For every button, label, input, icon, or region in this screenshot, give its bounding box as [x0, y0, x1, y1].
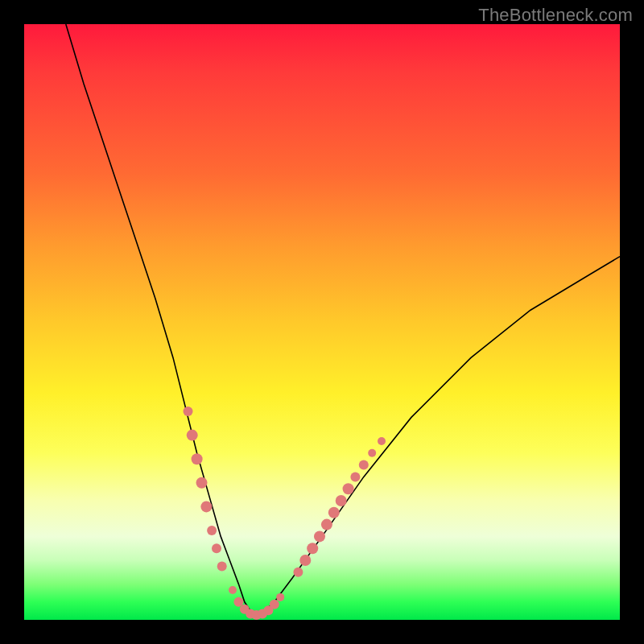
- watermark-text: TheBottleneck.com: [478, 5, 633, 26]
- marker-dot: [184, 407, 193, 416]
- marker-dot: [217, 561, 227, 571]
- marker-dot: [321, 519, 332, 530]
- marker-dot: [378, 437, 386, 445]
- marker-dot: [200, 501, 212, 512]
- chart-svg: [24, 24, 620, 620]
- marker-dot: [212, 543, 221, 553]
- marker-dot: [368, 449, 376, 457]
- marker-dot: [328, 507, 340, 518]
- marker-dot: [307, 543, 318, 554]
- marker-dot: [207, 526, 217, 535]
- marker-dot: [314, 530, 325, 542]
- bottleneck-curve: [66, 24, 620, 615]
- marker-dot: [276, 593, 284, 601]
- plot-area: [24, 24, 620, 620]
- marker-dot: [187, 430, 198, 441]
- marker-dot: [293, 568, 303, 577]
- marker-dot: [359, 460, 369, 470]
- marker-dot: [350, 472, 360, 481]
- marker-dot: [196, 477, 208, 489]
- chart-frame: TheBottleneck.com: [0, 0, 644, 644]
- marker-dot: [299, 555, 311, 566]
- marker-dot: [270, 600, 279, 609]
- marker-dot: [192, 453, 203, 464]
- marker-dot: [229, 586, 237, 594]
- marker-dot: [336, 495, 347, 506]
- marker-dot: [343, 483, 354, 494]
